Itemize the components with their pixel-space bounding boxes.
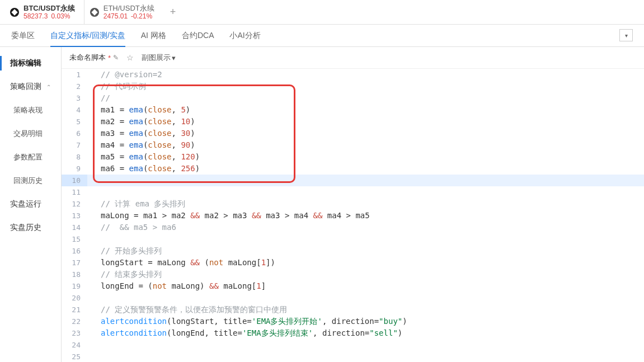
line-number: 8 (62, 151, 87, 163)
line-number: 6 (62, 128, 87, 139)
code-line[interactable]: 5ma2 = ema(close, 10) (62, 116, 644, 128)
doc-bar: 未命名脚本* ✎ ☆ 副图展示 ▾ (62, 47, 644, 69)
code-line[interactable]: 1// @version=2 (62, 69, 644, 81)
code-line[interactable]: 20 (62, 292, 644, 304)
line-number: 15 (62, 233, 87, 245)
tab-symbol: BTC/USDT永续 (23, 4, 75, 13)
line-content: alertcondition(longEnd, title='EMA多头排列结束… (87, 327, 402, 339)
line-number: 7 (62, 139, 87, 151)
sidebar-item-backtest[interactable]: 策略回测⌃ (0, 75, 61, 98)
line-number: 21 (62, 304, 87, 316)
subtab-custom-indicator[interactable]: 自定义指标/回测/实盘 (50, 25, 125, 46)
line-content: // 结束多头排列 (87, 269, 162, 280)
line-content: longStart = maLong && (not maLong[1]) (87, 257, 275, 269)
sidebar-item-performance[interactable]: 策略表现 (0, 98, 61, 122)
chevron-up-icon: ⌃ (46, 84, 51, 90)
code-line[interactable]: 9ma6 = ema(close, 256) (62, 163, 644, 175)
line-content: ma2 = ema(close, 10) (87, 116, 195, 128)
line-number: 17 (62, 257, 87, 269)
line-content: ma3 = ema(close, 30) (87, 128, 195, 139)
subtab-ai-grid[interactable]: AI 网格 (141, 25, 166, 46)
line-content: ma4 = ema(close, 90) (87, 139, 195, 151)
line-number: 24 (62, 339, 87, 351)
btc-icon (10, 8, 19, 17)
code-line[interactable]: 24 (62, 339, 644, 351)
sidebar-item-history[interactable]: 回测历史 (0, 169, 61, 192)
code-line[interactable]: 22alertcondition(longStart, title='EMA多头… (62, 316, 644, 327)
sidebar-item-live-history[interactable]: 实盘历史 (0, 216, 61, 239)
code-line[interactable]: 2// 代码示例 (62, 81, 644, 92)
line-content: maLong = ma1 > ma2 && ma2 > ma3 && ma3 >… (87, 210, 370, 222)
sidebar-item-live[interactable]: 实盘运行 (0, 192, 61, 216)
code-line[interactable]: 23alertcondition(longEnd, title='EMA多头排列… (62, 327, 644, 339)
line-content: ma6 = ema(close, 256) (87, 163, 200, 175)
code-line[interactable]: 11 (62, 186, 644, 198)
line-number: 1 (62, 69, 87, 81)
code-line[interactable]: 3// (62, 92, 644, 104)
subchart-dropdown[interactable]: 副图展示 ▾ (142, 53, 176, 63)
code-line[interactable]: 8ma5 = ema(close, 120) (62, 151, 644, 163)
line-content: // 计算 ema 多头排列 (87, 198, 185, 210)
doc-name[interactable]: 未命名脚本* ✎ (69, 53, 119, 63)
line-number: 18 (62, 269, 87, 280)
code-line[interactable]: 6ma3 = ema(close, 30) (62, 128, 644, 139)
code-line[interactable]: 14// && ma5 > ma6 (62, 222, 644, 233)
eth-icon (90, 8, 99, 17)
sidebar-item-indicator-edit[interactable]: 指标编辑 (0, 51, 61, 75)
code-line[interactable]: 25 (62, 351, 644, 362)
code-line[interactable]: 10 (62, 175, 644, 186)
code-line[interactable]: 18// 结束多头排列 (62, 269, 644, 280)
code-line[interactable]: 17longStart = maLong && (not maLong[1]) (62, 257, 644, 269)
line-number: 10 (62, 175, 87, 186)
code-line[interactable]: 12// 计算 ema 多头排列 (62, 198, 644, 210)
line-content: alertcondition(longStart, title='EMA多头排列… (87, 316, 407, 327)
line-content: // 开始多头排列 (87, 245, 162, 257)
line-number: 14 (62, 222, 87, 233)
sidebar: 指标编辑 策略回测⌃ 策略表现 交易明细 参数配置 回测历史 实盘运行 实盘历史 (0, 47, 62, 362)
editor-pane: 未命名脚本* ✎ ☆ 副图展示 ▾ 1// @version=22// 代码示例… (62, 47, 644, 362)
line-number: 5 (62, 116, 87, 128)
line-number: 20 (62, 292, 87, 304)
subtab-ai-analysis[interactable]: 小AI分析 (229, 25, 260, 46)
product-tab-eth[interactable]: ETH/USDT永续 2475.01 -0.21% (84, 0, 163, 24)
favorite-icon[interactable]: ☆ (126, 53, 134, 62)
chevron-down-icon: ▾ (172, 54, 176, 62)
tab-price: 2475.01 (104, 12, 128, 20)
dropdown-widget[interactable]: ▾ (619, 29, 633, 41)
code-line[interactable]: 7ma4 = ema(close, 90) (62, 139, 644, 151)
tab-change: -0.21% (131, 12, 152, 20)
subtab-dca[interactable]: 合约DCA (182, 25, 214, 46)
line-number: 2 (62, 81, 87, 92)
code-editor[interactable]: 1// @version=22// 代码示例3//4ma1 = ema(clos… (62, 69, 644, 362)
code-line[interactable]: 19longEnd = (not maLong) && maLong[1] (62, 280, 644, 292)
line-number: 9 (62, 163, 87, 175)
tab-change: 0.03% (51, 12, 70, 20)
line-content: longEnd = (not maLong) && maLong[1] (87, 280, 266, 292)
code-line[interactable]: 4ma1 = ema(close, 5) (62, 104, 644, 116)
tab-symbol: ETH/USDT永续 (104, 4, 154, 13)
line-content: ma1 = ema(close, 5) (87, 104, 190, 116)
sidebar-item-params[interactable]: 参数配置 (0, 145, 61, 169)
sidebar-item-trades[interactable]: 交易明细 (0, 122, 61, 145)
code-line[interactable]: 21// 定义预警预警条件，以便在添加预警的窗口中使用 (62, 304, 644, 316)
line-number: 13 (62, 210, 87, 222)
line-number: 19 (62, 280, 87, 292)
line-content: // @version=2 (87, 69, 162, 81)
code-line[interactable]: 13maLong = ma1 > ma2 && ma2 > ma3 && ma3… (62, 210, 644, 222)
line-content: // && ma5 > ma6 (87, 222, 176, 233)
main-area: 指标编辑 策略回测⌃ 策略表现 交易明细 参数配置 回测历史 实盘运行 实盘历史… (0, 47, 644, 362)
line-number: 22 (62, 316, 87, 327)
subtab-orders[interactable]: 委单区 (11, 25, 35, 46)
product-tab-btc[interactable]: BTC/USDT永续 58237.3 0.03% (4, 0, 84, 24)
line-number: 16 (62, 245, 87, 257)
line-content: // 定义预警预警条件，以便在添加预警的窗口中使用 (87, 304, 287, 316)
line-number: 4 (62, 104, 87, 116)
edit-icon[interactable]: ✎ (113, 54, 119, 62)
code-line[interactable]: 15 (62, 233, 644, 245)
line-number: 23 (62, 327, 87, 339)
product-tabs-bar: BTC/USDT永续 58237.3 0.03% ETH/USDT永续 2475… (0, 0, 644, 25)
line-content: // (87, 92, 110, 104)
add-tab-button[interactable]: + (163, 6, 183, 18)
code-line[interactable]: 16// 开始多头排列 (62, 245, 644, 257)
tab-price: 58237.3 (23, 12, 48, 20)
